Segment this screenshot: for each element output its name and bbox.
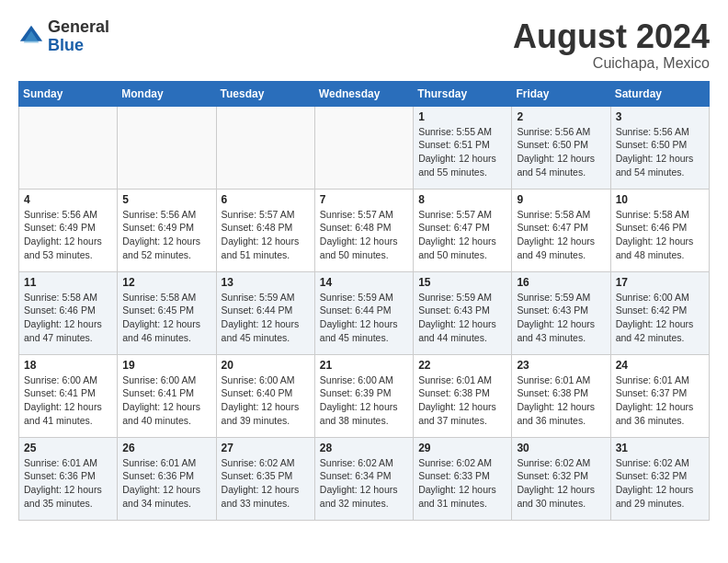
calendar-cell: 12Sunrise: 5:58 AM Sunset: 6:45 PM Dayli… [118, 271, 216, 354]
day-info: Sunrise: 5:56 AM Sunset: 6:49 PM Dayligh… [122, 208, 210, 262]
day-number: 21 [320, 359, 408, 372]
calendar-cell: 27Sunrise: 6:02 AM Sunset: 6:35 PM Dayli… [216, 437, 314, 520]
calendar-cell: 5Sunrise: 5:56 AM Sunset: 6:49 PM Daylig… [118, 189, 216, 271]
day-number: 9 [517, 193, 605, 206]
day-info: Sunrise: 6:00 AM Sunset: 6:39 PM Dayligh… [320, 373, 408, 428]
calendar-cell: 19Sunrise: 6:00 AM Sunset: 6:41 PM Dayli… [118, 354, 216, 437]
calendar-cell: 26Sunrise: 6:01 AM Sunset: 6:36 PM Dayli… [118, 437, 216, 520]
day-info: Sunrise: 5:57 AM Sunset: 6:47 PM Dayligh… [418, 208, 506, 262]
day-info: Sunrise: 5:58 AM Sunset: 6:45 PM Dayligh… [122, 291, 210, 345]
calendar-cell [19, 106, 118, 189]
header-cell-saturday: Saturday [610, 81, 709, 106]
calendar-cell: 16Sunrise: 5:59 AM Sunset: 6:43 PM Dayli… [512, 271, 610, 354]
day-info: Sunrise: 6:00 AM Sunset: 6:41 PM Dayligh… [122, 373, 210, 428]
calendar-body: 1Sunrise: 5:55 AM Sunset: 6:51 PM Daylig… [19, 106, 710, 520]
header-row: SundayMondayTuesdayWednesdayThursdayFrid… [19, 81, 710, 106]
calendar-cell: 11Sunrise: 5:58 AM Sunset: 6:46 PM Dayli… [19, 271, 118, 354]
day-number: 28 [320, 442, 408, 454]
calendar-cell: 14Sunrise: 5:59 AM Sunset: 6:44 PM Dayli… [314, 271, 413, 354]
day-info: Sunrise: 5:59 AM Sunset: 6:44 PM Dayligh… [320, 291, 408, 345]
day-info: Sunrise: 6:01 AM Sunset: 6:37 PM Dayligh… [616, 373, 704, 428]
calendar-cell: 31Sunrise: 6:02 AM Sunset: 6:32 PM Dayli… [610, 437, 709, 520]
calendar-cell: 6Sunrise: 5:57 AM Sunset: 6:48 PM Daylig… [216, 189, 314, 271]
day-info: Sunrise: 5:57 AM Sunset: 6:48 PM Dayligh… [320, 208, 408, 262]
calendar-cell: 30Sunrise: 6:02 AM Sunset: 6:32 PM Dayli… [512, 437, 610, 520]
calendar-cell [216, 106, 314, 189]
day-number: 26 [122, 442, 210, 454]
day-info: Sunrise: 6:01 AM Sunset: 6:38 PM Dayligh… [517, 373, 605, 428]
calendar-cell: 10Sunrise: 5:58 AM Sunset: 6:46 PM Dayli… [610, 189, 709, 271]
day-number: 20 [222, 359, 310, 372]
calendar-cell: 24Sunrise: 6:01 AM Sunset: 6:37 PM Dayli… [610, 354, 709, 437]
day-info: Sunrise: 5:59 AM Sunset: 6:44 PM Dayligh… [222, 291, 310, 345]
header-cell-tuesday: Tuesday [216, 81, 314, 106]
calendar-cell [118, 106, 216, 189]
calendar-cell: 20Sunrise: 6:00 AM Sunset: 6:40 PM Dayli… [216, 354, 314, 437]
logo-blue: Blue [48, 37, 109, 55]
page-subtitle: Cuichapa, Mexico [513, 55, 710, 72]
calendar-cell: 15Sunrise: 5:59 AM Sunset: 6:43 PM Dayli… [414, 271, 512, 354]
calendar-cell: 7Sunrise: 5:57 AM Sunset: 6:48 PM Daylig… [314, 189, 413, 271]
day-info: Sunrise: 6:00 AM Sunset: 6:42 PM Dayligh… [616, 291, 704, 345]
day-number: 23 [517, 359, 605, 372]
week-row-2: 4Sunrise: 5:56 AM Sunset: 6:49 PM Daylig… [19, 189, 710, 271]
day-number: 24 [616, 359, 704, 372]
day-info: Sunrise: 5:56 AM Sunset: 6:50 PM Dayligh… [616, 125, 704, 179]
calendar-cell: 2Sunrise: 5:56 AM Sunset: 6:50 PM Daylig… [512, 106, 610, 189]
day-info: Sunrise: 5:59 AM Sunset: 6:43 PM Dayligh… [517, 291, 605, 345]
header-cell-thursday: Thursday [414, 81, 512, 106]
calendar-cell: 25Sunrise: 6:01 AM Sunset: 6:36 PM Dayli… [19, 437, 118, 520]
calendar-cell: 28Sunrise: 6:02 AM Sunset: 6:34 PM Dayli… [314, 437, 413, 520]
day-number: 13 [222, 276, 310, 289]
calendar-cell: 18Sunrise: 6:00 AM Sunset: 6:41 PM Dayli… [19, 354, 118, 437]
day-number: 14 [320, 276, 408, 289]
day-number: 2 [517, 110, 605, 123]
day-number: 19 [122, 359, 210, 372]
calendar-cell: 23Sunrise: 6:01 AM Sunset: 6:38 PM Dayli… [512, 354, 610, 437]
calendar-cell: 4Sunrise: 5:56 AM Sunset: 6:49 PM Daylig… [19, 189, 118, 271]
week-row-3: 11Sunrise: 5:58 AM Sunset: 6:46 PM Dayli… [19, 271, 710, 354]
day-info: Sunrise: 6:02 AM Sunset: 6:34 PM Dayligh… [320, 456, 408, 511]
day-number: 29 [418, 442, 506, 454]
calendar-cell: 9Sunrise: 5:58 AM Sunset: 6:47 PM Daylig… [512, 189, 610, 271]
day-number: 25 [24, 442, 112, 454]
calendar-header: SundayMondayTuesdayWednesdayThursdayFrid… [19, 81, 710, 106]
day-number: 11 [24, 276, 112, 289]
day-info: Sunrise: 5:56 AM Sunset: 6:50 PM Dayligh… [517, 125, 605, 179]
calendar-cell: 13Sunrise: 5:59 AM Sunset: 6:44 PM Dayli… [216, 271, 314, 354]
calendar-table: SundayMondayTuesdayWednesdayThursdayFrid… [18, 81, 710, 521]
day-number: 12 [122, 276, 210, 289]
day-number: 15 [418, 276, 506, 289]
calendar-cell: 17Sunrise: 6:00 AM Sunset: 6:42 PM Dayli… [610, 271, 709, 354]
day-number: 10 [616, 193, 704, 206]
day-info: Sunrise: 6:01 AM Sunset: 6:36 PM Dayligh… [24, 456, 112, 511]
day-info: Sunrise: 5:58 AM Sunset: 6:47 PM Dayligh… [517, 208, 605, 262]
day-number: 3 [616, 110, 704, 123]
header-cell-wednesday: Wednesday [314, 81, 413, 106]
week-row-1: 1Sunrise: 5:55 AM Sunset: 6:51 PM Daylig… [19, 106, 710, 189]
calendar-cell: 1Sunrise: 5:55 AM Sunset: 6:51 PM Daylig… [414, 106, 512, 189]
day-info: Sunrise: 5:59 AM Sunset: 6:43 PM Dayligh… [418, 291, 506, 345]
day-info: Sunrise: 6:02 AM Sunset: 6:32 PM Dayligh… [517, 456, 605, 511]
header-cell-friday: Friday [512, 81, 610, 106]
day-number: 8 [418, 193, 506, 206]
calendar-cell: 3Sunrise: 5:56 AM Sunset: 6:50 PM Daylig… [610, 106, 709, 189]
calendar-cell: 22Sunrise: 6:01 AM Sunset: 6:38 PM Dayli… [414, 354, 512, 437]
page-title: August 2024 [513, 18, 710, 55]
logo-general: General [48, 18, 109, 37]
day-number: 4 [24, 193, 112, 206]
title-block: August 2024 Cuichapa, Mexico [513, 18, 710, 72]
week-row-5: 25Sunrise: 6:01 AM Sunset: 6:36 PM Dayli… [19, 437, 710, 520]
calendar-cell: 21Sunrise: 6:00 AM Sunset: 6:39 PM Dayli… [314, 354, 413, 437]
day-info: Sunrise: 6:02 AM Sunset: 6:35 PM Dayligh… [222, 456, 310, 511]
day-number: 22 [418, 359, 506, 372]
logo: General Blue [18, 18, 109, 55]
day-info: Sunrise: 5:55 AM Sunset: 6:51 PM Dayligh… [418, 125, 506, 179]
header-cell-monday: Monday [118, 81, 216, 106]
day-info: Sunrise: 6:00 AM Sunset: 6:41 PM Dayligh… [24, 373, 112, 428]
day-number: 5 [122, 193, 210, 206]
calendar-cell: 8Sunrise: 5:57 AM Sunset: 6:47 PM Daylig… [414, 189, 512, 271]
day-number: 30 [517, 442, 605, 454]
day-info: Sunrise: 5:56 AM Sunset: 6:49 PM Dayligh… [24, 208, 112, 262]
logo-icon [18, 24, 44, 50]
